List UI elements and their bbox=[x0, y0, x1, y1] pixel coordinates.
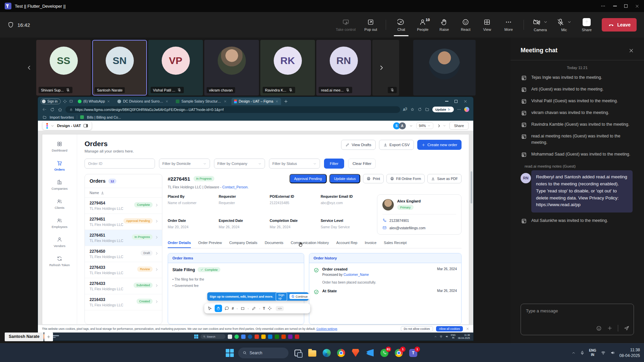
export-csv-button[interactable]: Export CSV bbox=[379, 140, 414, 150]
sidebar-item-refresh-token[interactable]: Refresh Token bbox=[49, 256, 70, 267]
close-tab-icon[interactable] bbox=[275, 100, 278, 103]
strip-scroll-right-button[interactable] bbox=[378, 64, 385, 71]
tray-chevron-icon[interactable] bbox=[434, 335, 437, 338]
deny-cookies-button[interactable]: Do not allow cookies bbox=[401, 326, 433, 331]
contact-email[interactable]: alex@vstatefilings.com bbox=[382, 226, 456, 230]
home-icon[interactable] bbox=[58, 107, 62, 112]
sign-up-button[interactable]: Sign up bbox=[276, 292, 287, 301]
customer-name-link[interactable]: Customer_Name bbox=[343, 273, 369, 277]
remote-edge-icon[interactable] bbox=[248, 335, 252, 339]
tab-actions-icon[interactable] bbox=[69, 99, 73, 103]
minimize-button[interactable] bbox=[613, 6, 617, 6]
share-button[interactable]: Share bbox=[580, 18, 593, 32]
sidebar-item-vendors[interactable]: Vendors bbox=[54, 237, 65, 248]
spotlight-tile[interactable] bbox=[413, 40, 476, 96]
workspaces-icon[interactable] bbox=[63, 99, 67, 104]
clear-filter-button[interactable]: Clear Filter bbox=[348, 159, 376, 169]
browser-tab-whatsapp[interactable]: (6) WhatsApp bbox=[75, 98, 113, 105]
file-explorer-icon[interactable] bbox=[307, 348, 317, 358]
chrome-profile-icon[interactable]: 1 bbox=[394, 348, 404, 358]
collaborators-chevron-icon[interactable] bbox=[409, 124, 413, 128]
zoom-control[interactable]: 94% bbox=[416, 122, 433, 129]
edge-icon[interactable] bbox=[322, 348, 332, 358]
raise-hand-button[interactable]: Raise bbox=[438, 18, 450, 32]
send-icon[interactable] bbox=[624, 325, 630, 331]
url-field[interactable]: https://www.figma.com/design/9BKQ0FOHRWa… bbox=[65, 106, 400, 113]
close-tab-icon[interactable] bbox=[165, 100, 168, 103]
favorites-folder-icon[interactable] bbox=[425, 107, 429, 112]
browser-update-button[interactable]: Update bbox=[432, 107, 454, 112]
sidebar-item-employees[interactable]: Employees bbox=[52, 218, 67, 229]
sidebar-item-clients[interactable]: Clients bbox=[55, 198, 64, 209]
browser-essentials-icon[interactable] bbox=[418, 107, 422, 112]
dev-mode-toggle[interactable]: </> bbox=[276, 306, 284, 311]
tab-documents[interactable]: Documents bbox=[265, 241, 283, 248]
print-button[interactable]: Print bbox=[363, 174, 384, 183]
clock[interactable]: 11:3808-04-2025 bbox=[620, 347, 640, 358]
participant-tile-partial[interactable] bbox=[372, 40, 399, 96]
view-button[interactable]: View bbox=[481, 18, 493, 32]
tab-order-preview[interactable]: Order Preview bbox=[198, 241, 222, 248]
layout-panel-icon[interactable] bbox=[84, 124, 88, 127]
browser-tab-dc-divisions[interactable]: DC Divisions and Surroundings bbox=[115, 98, 171, 105]
tray-mic-icon[interactable] bbox=[580, 351, 585, 355]
remote-chrome-icon[interactable] bbox=[241, 335, 246, 339]
order-row[interactable]: 2279451TL Flex Holdings LLC Approval Pen… bbox=[85, 214, 162, 230]
figma-share-button[interactable]: Share bbox=[449, 122, 469, 130]
google-continue-button[interactable]: G Continue bbox=[289, 294, 310, 299]
close-chat-icon[interactable] bbox=[629, 48, 634, 53]
more-button[interactable]: More bbox=[502, 18, 515, 32]
remote-whatsapp-icon[interactable] bbox=[234, 335, 239, 339]
vscode-icon[interactable] bbox=[365, 348, 375, 358]
present-button[interactable] bbox=[437, 124, 446, 128]
order-row[interactable]: 2216433TL Flex Holdings LLC Created bbox=[85, 294, 162, 310]
chat-button[interactable]: Chat bbox=[395, 18, 408, 32]
strip-scroll-left-button[interactable] bbox=[23, 40, 35, 96]
comment-tool[interactable] bbox=[224, 306, 229, 311]
remote-app-icon[interactable] bbox=[228, 335, 232, 339]
participant-tile[interactable]: SN Santosh Narate bbox=[92, 40, 147, 96]
order-row[interactable]: 2279454TL Flex Holdings LLC Complete bbox=[85, 198, 162, 214]
tab-communication-history[interactable]: Communication History bbox=[291, 241, 329, 248]
tray-overflow-chevron-icon[interactable] bbox=[572, 351, 576, 355]
volume-icon[interactable] bbox=[610, 350, 615, 355]
reload-icon[interactable] bbox=[50, 107, 55, 112]
move-tool[interactable] bbox=[207, 306, 212, 311]
participant-tile[interactable]: SS Shivani Sup... bbox=[36, 40, 91, 96]
fill-online-form-button[interactable]: Fill Online Form bbox=[386, 174, 425, 183]
order-id-input[interactable] bbox=[85, 159, 155, 169]
tab-order-details[interactable]: Order Details bbox=[168, 241, 191, 248]
order-row[interactable]: 2276433TL Flex Holdings LLC Submitted bbox=[85, 278, 162, 294]
contact-person-link[interactable]: Contact_Person. bbox=[222, 185, 249, 189]
order-row[interactable]: 2276433TL Flex Holdings LLC Review bbox=[85, 262, 162, 278]
filter-domicile-select[interactable]: Filter by Domicile bbox=[159, 159, 210, 169]
participant-tile[interactable]: RN read.ai mee... bbox=[316, 40, 371, 96]
page-scrollbar[interactable] bbox=[471, 171, 472, 203]
browser-signin-button[interactable]: Sign in bbox=[41, 99, 61, 104]
import-favorites-link[interactable]: Import favorites bbox=[50, 115, 74, 119]
browser-maximize-button[interactable] bbox=[454, 100, 458, 103]
orders-list-column-header[interactable]: Name bbox=[85, 188, 162, 198]
mic-chevron-icon[interactable] bbox=[567, 20, 572, 24]
pen-tool[interactable] bbox=[252, 306, 256, 311]
tab-invoice[interactable]: Invoice bbox=[365, 241, 376, 248]
remote-teams-icon[interactable] bbox=[288, 335, 292, 339]
component-tool[interactable] bbox=[267, 306, 272, 311]
language-indicator[interactable]: ENGIN bbox=[589, 349, 596, 357]
shape-tool[interactable] bbox=[240, 306, 245, 311]
order-row-selected[interactable]: 2276451TL Flex Holdings LLC In Progress bbox=[85, 230, 162, 246]
browser-tab-figma-active[interactable]: Design - UAT – Figma bbox=[231, 98, 281, 105]
remote-powerpoint-icon[interactable] bbox=[281, 335, 286, 339]
participant-tile[interactable]: VP Vishal Patil ... bbox=[148, 40, 203, 96]
people-button[interactable]: 10 People bbox=[416, 18, 429, 32]
camera-button[interactable]: Camera bbox=[533, 18, 548, 32]
task-view-button[interactable] bbox=[293, 348, 303, 358]
sidebar-item-orders[interactable]: Orders bbox=[54, 160, 65, 171]
remote-folder-icon[interactable] bbox=[261, 335, 266, 339]
teams-icon[interactable]: T 1 bbox=[408, 348, 418, 358]
view-drafts-button[interactable]: View Drafts bbox=[341, 140, 376, 150]
titlebar-more-icon[interactable] bbox=[600, 3, 606, 9]
browser-tab-salary-sheet[interactable]: Sample Salary Structure with calc bbox=[173, 98, 229, 105]
remote-search-box[interactable]: Search bbox=[201, 334, 225, 339]
leave-button[interactable]: Leave bbox=[602, 18, 637, 32]
